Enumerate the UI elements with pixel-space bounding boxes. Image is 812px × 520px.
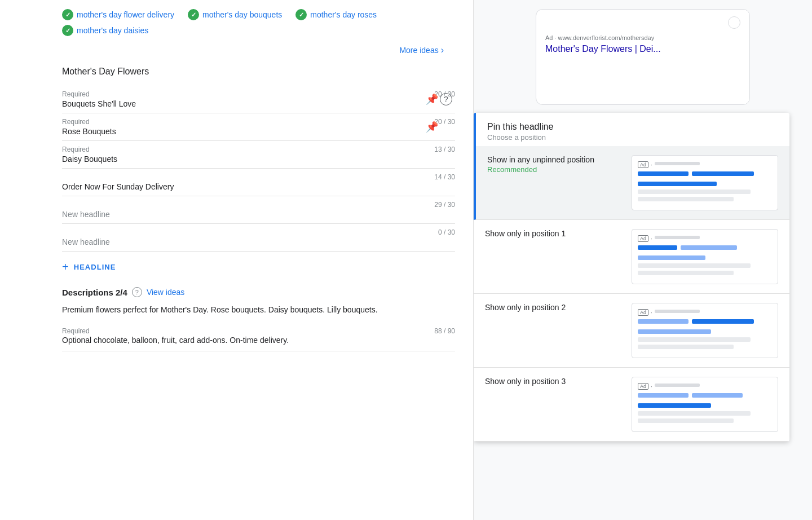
pin-option-any[interactable]: Show in any unpinned position Recommende… xyxy=(474,146,789,220)
add-headline-button[interactable]: + HEADLINE xyxy=(62,261,116,274)
keyword-chips: mother's day flower delivery mother's da… xyxy=(62,9,455,36)
pin-button-1[interactable]: 📌 xyxy=(426,93,438,105)
keyword-text-2: mother's day bouquets xyxy=(202,10,282,19)
mini-ad-badge-pos1: Ad xyxy=(638,235,648,242)
mini-desc1-pos2 xyxy=(638,337,751,342)
mini-h2-any xyxy=(692,171,754,176)
keyword-text-1: mother's day flower delivery xyxy=(77,10,174,19)
pin-popup-title: Pin this headline xyxy=(487,122,778,132)
mini-desc2-pos1 xyxy=(638,271,734,275)
mini-h1-pos3 xyxy=(638,393,689,398)
headline-row-3: Required 13 / 30 Daisy Bouquets xyxy=(62,141,455,169)
headline-text-5[interactable]: New headline xyxy=(62,210,455,219)
pin-option-pos3[interactable]: Show only in position 3 Ad · xyxy=(474,368,789,442)
headline-row-6: 0 / 30 New headline xyxy=(62,224,455,252)
headline-text-2[interactable]: Rose Bouquets xyxy=(62,127,455,136)
pin-option-any-recommended: Recommended xyxy=(487,165,623,174)
pin-popup-header: Pin this headline Choose a position xyxy=(474,113,789,146)
headline-row-1: Required 20 / 30 Bouquets She'll Love 📌 … xyxy=(62,86,455,113)
add-headline-label: HEADLINE xyxy=(74,263,116,271)
mini-h2-pos3 xyxy=(692,393,743,398)
mini-ad-card-pos1: Ad · xyxy=(632,229,778,284)
keyword-text-4: mother's day daisies xyxy=(77,26,148,35)
mini-url-bar-pos2 xyxy=(655,310,700,313)
headline-count-3: 13 / 30 xyxy=(434,146,455,153)
mini-h1-any xyxy=(638,171,689,176)
pin-option-pos1-label: Show only in position 1 xyxy=(485,229,623,238)
keyword-chip-3[interactable]: mother's day roses xyxy=(295,9,377,20)
mini-h3-pos2 xyxy=(638,329,711,334)
section-title: Mother's Day Flowers xyxy=(62,67,455,77)
pin-option-pos3-label: Show only in position 3 xyxy=(485,377,623,386)
pin-button-2[interactable]: 📌 xyxy=(426,121,438,133)
mini-h2-pos1 xyxy=(681,245,737,250)
mini-h2-pos2 xyxy=(692,319,754,324)
ad-headline-preview: Mother's Day Flowers | Dei... xyxy=(545,43,740,55)
pin-option-pos3-text: Show only in position 3 xyxy=(485,377,623,386)
headline-text-1[interactable]: Bouquets She'll Love xyxy=(62,99,455,108)
help-button-1[interactable]: ? xyxy=(440,93,452,105)
plus-icon: + xyxy=(62,261,69,274)
headline-text-4[interactable]: Order Now For Sunday Delivery xyxy=(62,182,455,191)
ad-url-line: Ad · www.denverflorist.com/mothersday xyxy=(545,34,740,41)
chevron-right-icon: › xyxy=(441,45,444,55)
mini-desc1-pos3 xyxy=(638,411,751,416)
descriptions-title: Descriptions 2/4 xyxy=(62,288,127,297)
check-icon-3 xyxy=(295,9,307,20)
headline-row-2: Required 20 / 30 Rose Bouquets 📌 xyxy=(62,113,455,141)
pin-options-container: Show in any unpinned position Recommende… xyxy=(474,146,789,442)
descriptions-header: Descriptions 2/4 ? View ideas xyxy=(62,287,455,297)
preview-area: Ad · www.denverflorist.com/mothersday Mo… xyxy=(474,0,812,113)
more-ideas-link[interactable]: More ideas › xyxy=(399,45,444,55)
pin-option-any-label: Show in any unpinned position xyxy=(487,155,623,164)
mini-h1-pos2 xyxy=(638,319,689,324)
left-panel: mother's day flower delivery mother's da… xyxy=(0,0,474,520)
description-2-count: 88 / 90 xyxy=(434,327,455,335)
check-icon-4 xyxy=(62,25,73,36)
headline-count-6: 0 / 30 xyxy=(438,228,455,236)
headline-label-2: Required xyxy=(62,118,90,126)
mini-h3-pos1 xyxy=(638,255,705,260)
description-2-row: Required 88 / 90 Optional chocolate, bal… xyxy=(62,323,455,351)
pin-option-pos2[interactable]: Show only in position 2 Ad · xyxy=(474,294,789,368)
headline-row-4: 14 / 30 Order Now For Sunday Delivery xyxy=(62,169,455,196)
mini-ad-card-pos2: Ad · xyxy=(632,303,778,358)
keyword-chip-1[interactable]: mother's day flower delivery xyxy=(62,9,174,20)
keyword-chip-2[interactable]: mother's day bouquets xyxy=(188,9,282,20)
pin-option-any-text: Show in any unpinned position Recommende… xyxy=(487,155,623,174)
headline-text-6[interactable]: New headline xyxy=(62,237,455,246)
more-ideas-label: More ideas xyxy=(399,46,438,55)
mini-desc1-any xyxy=(638,190,751,194)
mini-ad-badge-pos2: Ad xyxy=(638,309,648,316)
mini-ad-badge-any: Ad xyxy=(638,161,648,168)
browser-url-bar xyxy=(728,16,740,29)
description-2-label: Required xyxy=(62,327,90,335)
right-panel: Ad · www.denverflorist.com/mothersday Mo… xyxy=(474,0,812,520)
headline-text-3[interactable]: Daisy Bouquets xyxy=(62,155,455,164)
mini-desc2-pos3 xyxy=(638,418,734,423)
pin-popup: Pin this headline Choose a position Show… xyxy=(474,113,789,442)
check-icon-1 xyxy=(62,9,73,20)
mini-url-bar-pos3 xyxy=(655,384,700,387)
more-ideas-row: More ideas › xyxy=(62,45,455,55)
keyword-chip-4[interactable]: mother's day daisies xyxy=(62,25,148,36)
mini-ad-card-pos3: Ad · xyxy=(632,377,778,432)
mini-desc2-any xyxy=(638,197,734,201)
pin-option-pos1[interactable]: Show only in position 1 Ad · xyxy=(474,220,789,294)
mini-h3-any xyxy=(638,182,717,186)
mini-url-bar-pos1 xyxy=(655,236,700,239)
descriptions-help-icon[interactable]: ? xyxy=(132,287,142,297)
headline-label-3: Required xyxy=(62,146,90,153)
description-2-text[interactable]: Optional chocolate, balloon, fruit, card… xyxy=(62,335,455,346)
headline-row-5: 29 / 30 New headline xyxy=(62,196,455,224)
view-ideas-link[interactable]: View ideas xyxy=(147,288,184,297)
headline-count-4: 14 / 30 xyxy=(434,173,455,181)
pin-popup-subtitle: Choose a position xyxy=(487,133,778,142)
check-icon-2 xyxy=(188,9,199,20)
pin-option-pos2-label: Show only in position 2 xyxy=(485,303,623,312)
headline-label-1: Required xyxy=(62,90,90,98)
pin-option-pos2-text: Show only in position 2 xyxy=(485,303,623,312)
mini-desc1-pos1 xyxy=(638,263,751,268)
headline-count-5: 29 / 30 xyxy=(434,201,455,209)
description-1-text[interactable]: Premium flowers perfect for Mother's Day… xyxy=(62,304,455,316)
